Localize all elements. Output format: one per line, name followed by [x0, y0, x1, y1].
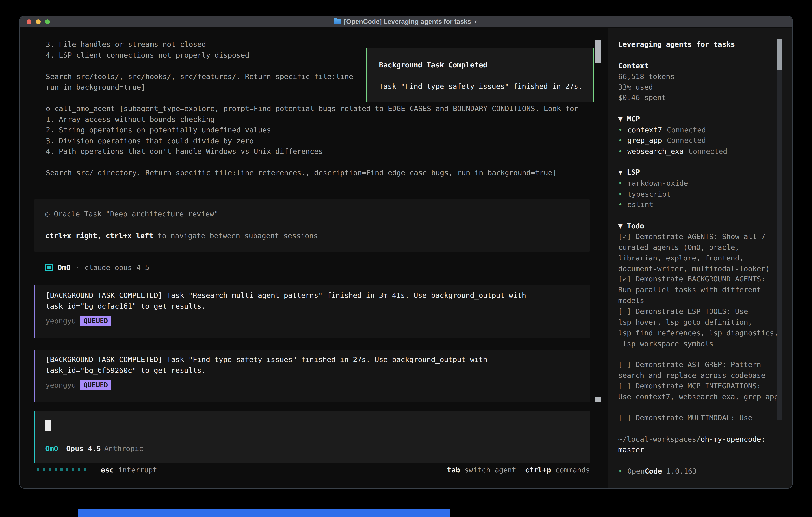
minimize-button[interactable]: [36, 19, 40, 24]
agent-name: OmO: [58, 264, 70, 272]
folder-icon: [334, 19, 341, 24]
half-circle-icon: ◐: [474, 18, 478, 25]
context-spent: $0.46 spent: [618, 92, 790, 103]
sidebar-scrollbar-thumb[interactable]: [777, 39, 782, 70]
lsp-item: •markdown-oxide: [618, 178, 790, 189]
green-dot-icon: •: [618, 199, 622, 210]
sidebar-scrollbar-track[interactable]: [777, 39, 782, 420]
target-circle-icon: ◎: [45, 210, 50, 218]
spinner-dot: [66, 468, 68, 471]
message-author: yeongyu: [46, 381, 76, 389]
tool-call-item: 2. String operations on potentially unde…: [46, 125, 271, 135]
separator-dot: ·: [75, 264, 80, 272]
commands-hint: ctrl+p commands: [525, 466, 590, 474]
scrollback-line: 3. File handles or streams not closed: [46, 39, 206, 50]
statusbar-left: esc interrupt: [37, 466, 157, 474]
tool-call-item: 1. Array access without bounds checking: [46, 114, 214, 125]
notification-title: Background Task Completed: [379, 61, 487, 69]
spinner-dot: [72, 468, 74, 471]
tool-call-line: Search src/ directory. Return specific f…: [46, 167, 557, 178]
input-model-name: Opus 4.5: [66, 444, 101, 453]
tab-hint: tab switch agent: [447, 466, 516, 474]
tool-call-item: 4. Path operations that don't handle Win…: [46, 146, 323, 157]
notification-toast: Background Task Completed Task "Find typ…: [366, 48, 594, 102]
mcp-item: •grep_appConnected: [618, 135, 790, 146]
spinner-dot: [60, 468, 62, 471]
input-agent-name: OmO: [45, 444, 58, 453]
message-background-task-1: [BACKGROUND TASK COMPLETED] Task "Resear…: [34, 285, 590, 338]
green-dot-icon: •: [618, 189, 622, 199]
agent-model: claude-opus-4-5: [85, 264, 149, 272]
todo-item-active: [ ] Demonstrate LSP TOOLS: Use lsp_hover…: [618, 306, 790, 349]
terminal-main-pane: 3. File handles or streams not closed 4.…: [20, 28, 608, 488]
spinner-dot: [43, 468, 45, 471]
message-meta: yeongyu QUEUED: [46, 316, 111, 326]
mcp-section-header[interactable]: ▼ MCP: [618, 113, 790, 124]
green-dot-icon: •: [618, 146, 622, 157]
esc-hint: esc interrupt: [101, 466, 157, 474]
text-cursor: [45, 420, 51, 431]
gear-icon: ⚙: [46, 104, 50, 113]
status-badge: QUEUED: [80, 380, 111, 390]
context-header: Context: [618, 60, 790, 71]
message-author: yeongyu: [46, 317, 76, 325]
titlebar: [OpenCode] Leveraging agents for tasks ◐: [20, 16, 792, 27]
oracle-shortcut-hint: ctrl+x right, ctrl+x left to navigate be…: [45, 232, 318, 240]
scrollback-line: 4. LSP client connections not properly d…: [46, 50, 249, 60]
spinner-dot: [84, 468, 86, 471]
spinner-dot: [49, 468, 51, 471]
window-title-group: [OpenCode] Leveraging agents for tasks ◐: [20, 18, 792, 25]
oracle-task-title: ◎ Oracle Task "Deep architecture review": [45, 210, 219, 218]
lsp-section-header[interactable]: ▼ LSP: [618, 167, 790, 178]
todo-section-header[interactable]: ▼ Todo: [618, 220, 790, 231]
message-text: [BACKGROUND TASK COMPLETED] Task "Find t…: [46, 354, 573, 376]
statusbar-right: tab switch agent ctrl+p commands: [447, 466, 590, 474]
main-scrollbar-thumb-bottom[interactable]: [596, 397, 601, 403]
lsp-item: •eslint: [618, 199, 790, 210]
tool-call-item: 3. Division operations that could divide…: [46, 136, 254, 146]
green-dot-icon: •: [618, 466, 622, 477]
close-button[interactable]: [27, 19, 31, 24]
traffic-lights: [27, 16, 50, 27]
mcp-item: •context7Connected: [618, 125, 790, 135]
session-title: Leveraging agents for tasks: [618, 39, 790, 50]
message-text: [BACKGROUND TASK COMPLETED] Task "Resear…: [46, 290, 573, 311]
oracle-task-panel: ◎ Oracle Task "Deep architecture review"…: [34, 199, 590, 251]
spinner-dot: [78, 468, 80, 471]
todo-item-done: [✓] Demonstrate BACKGROUND AGENTS: Run p…: [618, 274, 790, 306]
prompt-input[interactable]: OmO Opus 4.5 Anthropic: [34, 411, 590, 463]
spinner-dot: [37, 468, 39, 471]
scrollback-line: run_in_background=true]: [46, 82, 145, 92]
tool-call-text: call_omo_agent [subagent_type=explore, p…: [54, 104, 578, 113]
mcp-item: •websearch_exaConnected: [618, 146, 790, 157]
window-title: [OpenCode] Leveraging agents for tasks: [344, 18, 471, 25]
scrollback-line: Search src/tools/, src/hooks/, src/featu…: [46, 71, 353, 82]
terminal-window: [OpenCode] Leveraging agents for tasks ◐…: [19, 16, 793, 489]
tool-call-line: ⚙ call_omo_agent [subagent_type=explore,…: [46, 103, 578, 114]
notification-body: Task "Find type safety issues" finished …: [379, 82, 583, 90]
green-dot-icon: •: [618, 178, 622, 189]
context-used: 33% used: [618, 82, 790, 92]
workspace-branch: master: [618, 444, 790, 455]
todo-item-pending: [ ] Demonstrate AST-GREP: Pattern search…: [618, 359, 790, 381]
todo-item-pending: [ ] Demonstrate MULTIMODAL: Use: [618, 412, 790, 423]
agent-header: OmO · claude-opus-4-5: [45, 264, 149, 272]
message-meta: yeongyu QUEUED: [46, 380, 111, 390]
status-badge: QUEUED: [80, 316, 111, 326]
message-background-task-2: [BACKGROUND TASK COMPLETED] Task "Find t…: [34, 350, 590, 402]
context-tokens: 66,518 tokens: [618, 71, 790, 82]
todo-item-done: [✓] Demonstrate AGENTS: Show all 7 curat…: [618, 231, 790, 274]
lsp-item: •typescript: [618, 189, 790, 199]
model-selector-row[interactable]: OmO Opus 4.5 Anthropic: [45, 444, 143, 453]
workspace-path: ~/local-workspaces/oh-my-opencode:: [618, 434, 790, 445]
agent-square-icon: [45, 264, 53, 272]
green-dot-icon: •: [618, 125, 622, 135]
main-scrollbar[interactable]: [596, 28, 601, 488]
version-line: •OpenCode 1.0.163: [618, 466, 790, 477]
background-window-strip: [78, 509, 450, 517]
zoom-button[interactable]: [45, 19, 50, 24]
input-provider-name: Anthropic: [104, 444, 143, 453]
main-scrollbar-thumb[interactable]: [596, 40, 601, 63]
todo-item-pending: [ ] Demonstrate MCP INTEGRATIONS: Use co…: [618, 381, 790, 402]
sidebar: Leveraging agents for tasks Context 66,5…: [608, 28, 792, 488]
